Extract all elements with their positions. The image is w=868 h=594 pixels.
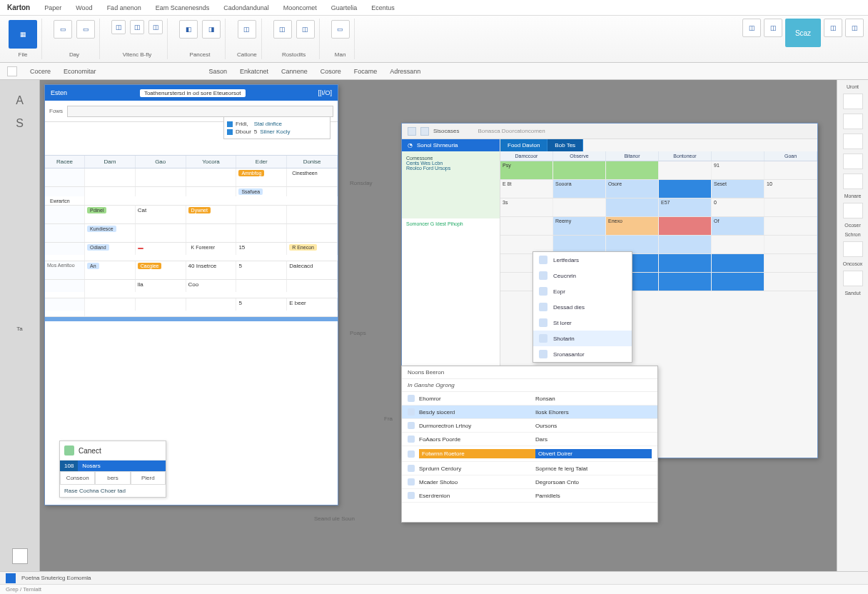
grid-cell[interactable] — [659, 254, 712, 272]
grid-row[interactable]: Psy91 — [500, 161, 817, 180]
ribbon-tab[interactable]: Ecentus — [367, 3, 399, 13]
scaz-button[interactable]: Scaz — [785, 19, 821, 47]
calendar-cell[interactable] — [85, 298, 136, 311]
rail-slot[interactable] — [843, 241, 863, 257]
grid-cell[interactable] — [764, 217, 817, 235]
grid-cell[interactable] — [500, 217, 553, 235]
ribbon-tab[interactable]: Cadondandunal — [219, 3, 273, 13]
ribbon-tab[interactable]: Paper — [40, 3, 66, 13]
grid-cell[interactable]: 3s — [500, 198, 553, 216]
calendar-cell[interactable]: An — [85, 261, 136, 279]
grid-cell[interactable] — [606, 161, 659, 179]
menu-item[interactable]: St lorer — [533, 315, 632, 331]
tool-icon[interactable] — [408, 127, 416, 136]
list-row[interactable]: EhomrorRonsan — [402, 392, 657, 406]
grid-cell[interactable]: Seset — [712, 180, 764, 198]
grid-cell[interactable] — [764, 236, 817, 253]
tool-icon[interactable]: ◫ — [238, 20, 256, 39]
grid-cell[interactable]: Osore — [606, 180, 659, 198]
calendar-cell[interactable]: Cinestheen — [287, 168, 338, 186]
pill-icon[interactable] — [7, 66, 17, 76]
calendar-cell[interactable] — [45, 292, 85, 298]
rail-slot[interactable] — [843, 203, 863, 218]
calendar-cell[interactable]: Pdinel — [85, 206, 136, 223]
card-button[interactable]: bers — [95, 471, 130, 485]
calendar-cell[interactable]: Cat — [136, 206, 186, 223]
calendar-cell[interactable] — [236, 280, 287, 292]
grid-cell[interactable]: Reemy — [553, 217, 606, 235]
calendar-cell[interactable]: Odland — [85, 243, 136, 255]
calendar-cell[interactable] — [136, 298, 186, 311]
tool-icon[interactable]: ◨ — [202, 20, 221, 39]
tool-icon[interactable]: ◫ — [742, 19, 761, 37]
subribbon-item[interactable]: Cosore — [321, 68, 341, 75]
search-input[interactable] — [67, 106, 333, 117]
week-icon[interactable]: ▭ — [76, 20, 95, 39]
calendar-cell[interactable]: Coo — [186, 280, 237, 292]
calendar-row[interactable]: PdinelCatDywnet — [45, 206, 338, 224]
grid-cell[interactable] — [712, 236, 764, 253]
calendar-cell[interactable] — [45, 255, 85, 261]
tool-icon[interactable]: ◫ — [764, 19, 782, 37]
grid-cell[interactable]: Sooora — [553, 180, 606, 198]
calendar-cell[interactable] — [287, 280, 338, 292]
tool-icon[interactable]: ◫ — [130, 20, 144, 34]
subribbon-item[interactable]: Cannene — [281, 68, 308, 75]
calendar-cell[interactable]: 40 Insetrce — [186, 261, 237, 279]
status-icon[interactable] — [6, 573, 16, 583]
grid-tab[interactable]: Bob Tes — [547, 139, 583, 151]
grid-cell[interactable] — [712, 273, 764, 291]
list-row[interactable]: Mcader ShotooDegrorsoan Cnto — [402, 475, 657, 489]
grid-cell[interactable] — [553, 198, 606, 216]
grid-cell[interactable]: 0 — [712, 198, 764, 216]
ribbon-tab[interactable]: Wood — [71, 3, 96, 13]
card-tabs[interactable]: 108 Nosars — [60, 460, 166, 471]
mini-row[interactable]: Dbour5Silner Kocly — [227, 128, 327, 136]
subribbon-item[interactable]: Enkatcnet — [240, 68, 268, 75]
grid-cell[interactable] — [659, 161, 712, 179]
calendar-cell[interactable]: 15 — [236, 243, 287, 255]
glyph-icon[interactable]: A — [16, 94, 24, 107]
rail-slot[interactable] — [843, 153, 863, 169]
tool-icon[interactable] — [420, 127, 429, 136]
ribbon-tab[interactable]: Mooncomet — [279, 3, 321, 13]
calendar-cell[interactable] — [236, 224, 287, 242]
calendar-cell[interactable] — [186, 168, 237, 186]
grid-cell[interactable] — [712, 254, 764, 272]
grid-cell[interactable]: E 8t — [500, 180, 553, 198]
calendar-row[interactable]: Kundiesce — [45, 224, 338, 243]
col-header[interactable]: Dam — [85, 156, 136, 168]
tool-icon[interactable]: ◫ — [273, 20, 292, 39]
calendar-cell[interactable] — [136, 224, 186, 242]
grid-row[interactable]: E 8tSoooraOsoreSeset10 — [500, 180, 817, 198]
ribbon-tab[interactable]: Eam Scanenesnds — [151, 3, 214, 13]
col-header[interactable]: Eder — [236, 156, 287, 168]
titlebar[interactable]: Esten Toathenurstersd in od sore Eteueor… — [45, 85, 338, 101]
calendar-cell[interactable] — [287, 224, 338, 242]
calendar-cell[interactable]: Amnbfog — [236, 168, 287, 186]
day-icon[interactable]: ▭ — [54, 20, 72, 39]
tool-icon[interactable]: ◫ — [824, 19, 842, 37]
calendar-cell[interactable] — [85, 187, 136, 196]
subribbon-item[interactable]: Cocere — [30, 68, 51, 75]
file-icon[interactable]: ▦ — [9, 20, 37, 49]
ribbon-tab[interactable]: Fad anenon — [103, 3, 146, 13]
grid-cell[interactable]: E57 — [659, 198, 712, 216]
grid-cell[interactable] — [553, 161, 606, 179]
mini-row[interactable]: Fridi,Stal dinfice — [227, 120, 327, 128]
calendar-cell[interactable]: Ssafuea — [236, 187, 287, 196]
calendar-cell[interactable] — [287, 187, 338, 196]
grid-cell[interactable]: 91 — [712, 161, 764, 179]
rail-slot[interactable] — [843, 94, 863, 109]
rail-slot[interactable] — [843, 114, 863, 129]
calendar-cell[interactable] — [287, 206, 338, 223]
calendar-cell[interactable]: Dywnet — [186, 206, 237, 223]
calendar-body[interactable]: AmnbfogCinestheenSsafueaEwrartcnPdinelCa… — [45, 168, 338, 317]
grid-cell[interactable] — [764, 161, 817, 179]
calendar-row[interactable]: llaCoo — [45, 280, 338, 298]
rail-slot[interactable] — [843, 134, 863, 149]
calendar-cell[interactable] — [45, 311, 85, 316]
grid-cell[interactable] — [659, 236, 712, 253]
subribbon-item[interactable]: Economitar — [64, 68, 96, 75]
glyph-icon[interactable]: S — [16, 117, 24, 130]
